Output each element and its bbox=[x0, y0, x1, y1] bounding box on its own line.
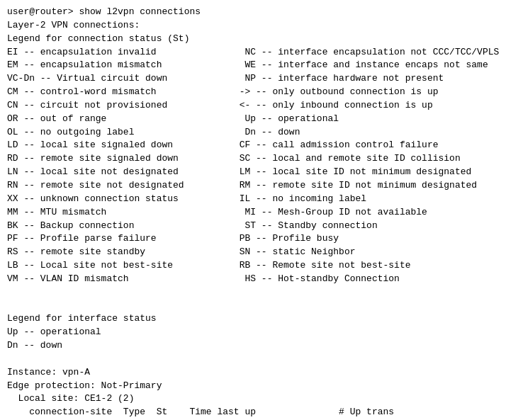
terminal-output: user@router> show l2vpn connections Laye… bbox=[7, 6, 511, 420]
